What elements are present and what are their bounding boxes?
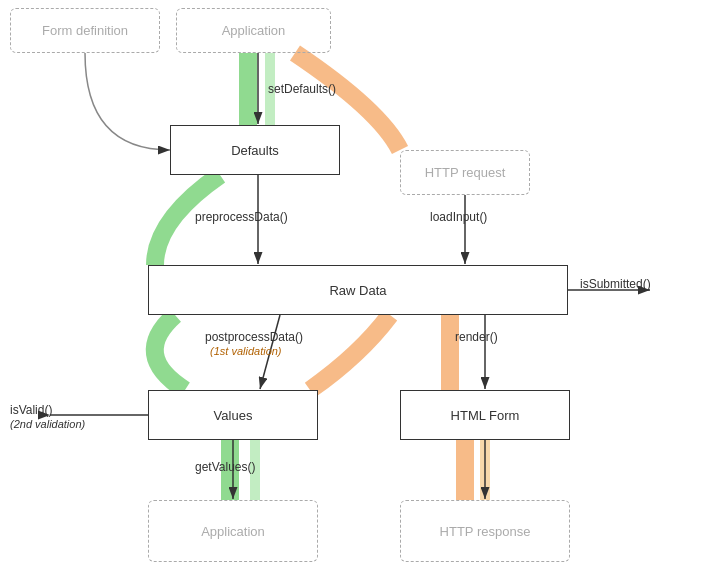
values-label: Values [214,408,253,423]
second-validation-label: (2nd validation) [10,418,85,430]
http-response-box: HTTP response [400,500,570,562]
application-bottom-label: Application [201,524,265,539]
render-label: render() [455,330,498,344]
load-input-label: loadInput() [430,210,487,224]
is-valid-label: isValid() [10,403,52,417]
postprocess-data-label: postprocessData() [205,330,303,344]
html-form-box: HTML Form [400,390,570,440]
http-response-label: HTTP response [440,524,531,539]
http-request-label: HTTP request [425,165,506,180]
html-form-label: HTML Form [451,408,520,423]
defaults-label: Defaults [231,143,279,158]
is-submitted-label: isSubmitted() [580,277,651,291]
application-top-box: Application [176,8,331,53]
raw-data-box: Raw Data [148,265,568,315]
http-request-box: HTTP request [400,150,530,195]
application-top-label: Application [222,23,286,38]
defaults-box: Defaults [170,125,340,175]
form-definition-box: Form definition [10,8,160,53]
application-bottom-box: Application [148,500,318,562]
preprocess-data-label: preprocessData() [195,210,288,224]
form-definition-label: Form definition [42,23,128,38]
diagram-container: Form definition Application Defaults HTT… [0,0,727,570]
values-box: Values [148,390,318,440]
raw-data-label: Raw Data [329,283,386,298]
first-validation-label: (1st validation) [210,345,282,357]
set-defaults-label: setDefaults() [268,82,336,96]
get-values-label: getValues() [195,460,255,474]
